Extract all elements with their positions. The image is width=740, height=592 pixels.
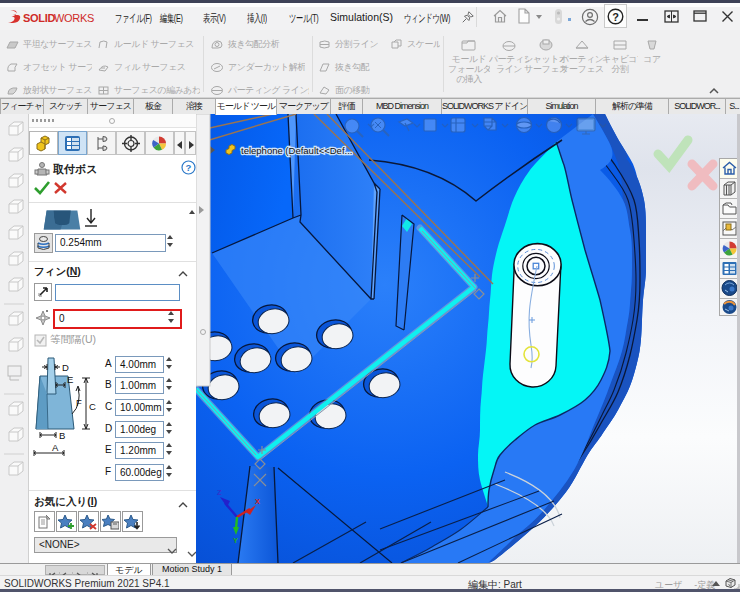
svg-text:A: A [52, 442, 59, 453]
svg-text:Z: Z [217, 488, 222, 497]
svg-text:Y: Y [233, 536, 238, 545]
svg-text:telephone (Default<<Def...: telephone (Default<<Def... [241, 145, 352, 156]
svg-text:?: ? [186, 162, 192, 173]
svg-text:?: ? [612, 11, 619, 23]
svg-text:SOLID: SOLID [23, 12, 55, 24]
svg-text:D: D [62, 362, 69, 373]
svg-text:B: B [59, 430, 65, 441]
svg-text:F: F [76, 397, 82, 408]
svg-text:E: E [67, 374, 73, 385]
svg-text:WORKS: WORKS [54, 12, 94, 24]
svg-text:X: X [255, 497, 260, 506]
svg-text:C: C [89, 401, 96, 412]
